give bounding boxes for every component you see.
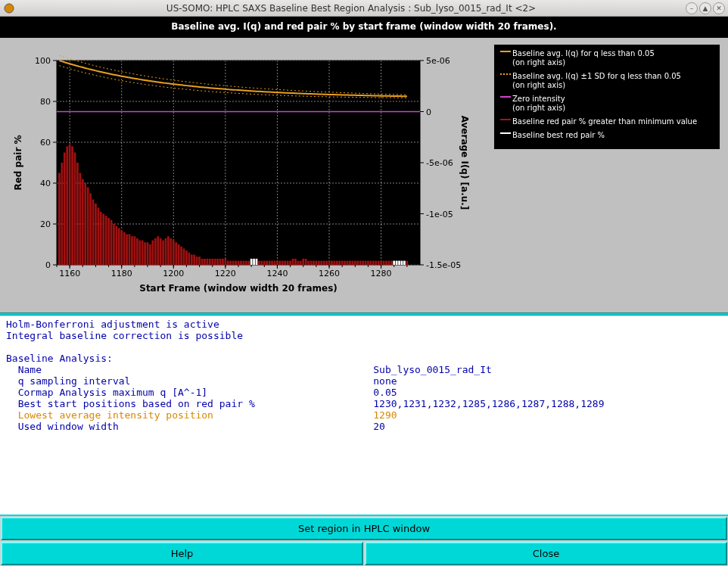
button-bar: Set region in HPLC window Help Close	[0, 515, 728, 566]
svg-text:1220: 1220	[215, 269, 236, 278]
svg-rect-201	[372, 261, 375, 265]
svg-rect-202	[375, 261, 377, 265]
svg-rect-198	[365, 261, 367, 265]
svg-rect-142	[219, 259, 222, 265]
svg-text:Average I(q) [a.u.]: Average I(q) [a.u.]	[459, 116, 470, 210]
close-window-button[interactable]: ✕	[713, 2, 725, 14]
svg-rect-191	[347, 261, 349, 265]
svg-rect-89	[82, 179, 84, 265]
svg-rect-163	[274, 261, 276, 265]
svg-rect-147	[232, 261, 235, 265]
app-icon	[3, 2, 15, 14]
svg-rect-187	[336, 261, 338, 265]
svg-rect-161	[269, 261, 271, 265]
svg-rect-118	[157, 236, 159, 265]
svg-rect-164	[276, 261, 278, 265]
svg-rect-90	[84, 183, 86, 265]
svg-rect-88	[79, 173, 81, 266]
maximize-button[interactable]: ▲	[699, 2, 711, 14]
svg-rect-153	[247, 261, 250, 265]
plot-title: Baseline avg. I(q) and red pair % by sta…	[5, 21, 723, 33]
svg-rect-171	[294, 259, 297, 265]
svg-rect-211	[398, 261, 400, 265]
svg-rect-186	[333, 261, 335, 265]
svg-rect-110	[136, 238, 138, 265]
svg-rect-140	[214, 259, 216, 265]
svg-rect-99	[107, 218, 110, 265]
svg-rect-151	[242, 261, 244, 265]
svg-rect-117	[154, 238, 157, 265]
svg-rect-101	[113, 224, 115, 265]
svg-rect-145	[227, 261, 229, 265]
close-button[interactable]: Close	[365, 542, 727, 565]
svg-rect-115	[149, 244, 151, 265]
svg-rect-179	[315, 261, 317, 265]
svg-rect-160	[266, 261, 268, 265]
svg-rect-196	[359, 261, 362, 265]
svg-rect-135	[201, 259, 204, 265]
svg-text:100: 100	[35, 56, 51, 66]
svg-rect-157	[258, 261, 260, 265]
svg-rect-134	[198, 257, 201, 265]
svg-rect-146	[229, 261, 232, 265]
svg-text:1280: 1280	[371, 269, 392, 278]
svg-rect-112	[142, 241, 144, 265]
svg-rect-121	[165, 238, 167, 265]
plot-title-bar: Baseline avg. I(q) and red pair % by sta…	[0, 17, 728, 38]
set-region-button[interactable]: Set region in HPLC window	[1, 517, 727, 540]
svg-rect-197	[362, 261, 364, 265]
svg-rect-127	[180, 247, 182, 265]
svg-text:-5e-06: -5e-06	[426, 158, 453, 168]
svg-text:1260: 1260	[319, 269, 340, 278]
minimize-button[interactable]: –	[686, 2, 698, 14]
svg-rect-125	[175, 242, 177, 265]
svg-rect-200	[369, 261, 372, 265]
svg-text:0: 0	[426, 107, 431, 117]
svg-rect-174	[302, 259, 304, 265]
svg-rect-136	[204, 259, 206, 265]
svg-text:1240: 1240	[266, 269, 288, 278]
svg-rect-182	[323, 261, 325, 265]
svg-rect-189	[341, 261, 344, 265]
svg-rect-129	[185, 250, 188, 265]
svg-rect-194	[354, 261, 356, 265]
svg-rect-97	[102, 214, 104, 266]
svg-rect-138	[209, 259, 211, 265]
svg-rect-148	[235, 261, 237, 265]
svg-rect-114	[147, 242, 149, 265]
svg-text:-1.5e-05: -1.5e-05	[426, 260, 461, 270]
svg-rect-192	[349, 261, 351, 265]
svg-rect-159	[263, 261, 266, 265]
analysis-text: Holm-Bonferroni adjustment is active Int…	[0, 316, 728, 515]
svg-rect-165	[278, 261, 281, 265]
svg-text:0: 0	[45, 260, 51, 270]
svg-rect-185	[331, 261, 333, 265]
svg-rect-150	[240, 261, 242, 265]
svg-rect-181	[320, 261, 322, 265]
svg-rect-137	[206, 259, 208, 265]
svg-rect-169	[289, 261, 291, 265]
svg-rect-139	[211, 259, 213, 265]
svg-rect-195	[356, 261, 359, 265]
svg-rect-122	[167, 236, 170, 265]
svg-rect-144	[224, 259, 226, 265]
svg-rect-176	[307, 261, 310, 265]
svg-rect-133	[196, 257, 198, 265]
svg-rect-206	[385, 261, 387, 265]
plot-canvas: 1160118012001220124012601280020406080100…	[0, 38, 484, 318]
svg-rect-119	[160, 238, 162, 265]
svg-text:80: 80	[40, 97, 51, 107]
svg-rect-184	[328, 261, 331, 265]
svg-rect-204	[380, 261, 382, 265]
svg-rect-152	[245, 261, 247, 265]
svg-rect-178	[313, 261, 315, 265]
svg-rect-124	[173, 241, 175, 265]
svg-rect-180	[318, 261, 320, 265]
svg-rect-168	[287, 261, 289, 265]
svg-rect-120	[162, 241, 164, 265]
svg-rect-126	[178, 244, 180, 265]
svg-rect-207	[387, 261, 390, 265]
svg-rect-158	[260, 261, 263, 265]
help-button[interactable]: Help	[1, 542, 363, 565]
svg-rect-107	[129, 235, 131, 266]
